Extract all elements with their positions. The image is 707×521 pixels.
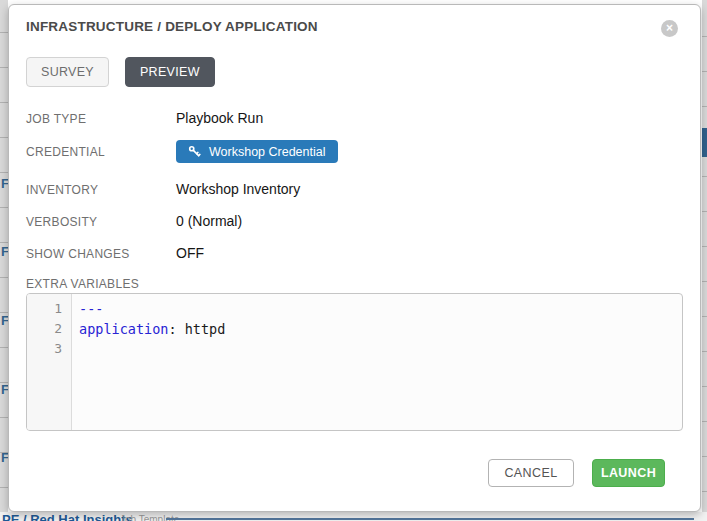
key-icon (188, 145, 201, 158)
cancel-button[interactable]: CANCEL (488, 459, 574, 487)
background-link-fragment: F (1, 244, 8, 259)
inventory-label: INVENTORY (26, 181, 176, 197)
tab-preview[interactable]: PREVIEW (125, 57, 215, 87)
modal-title: INFRASTRUCTURE / DEPLOY APPLICATION (26, 19, 318, 34)
deploy-application-modal: INFRASTRUCTURE / DEPLOY APPLICATION × SU… (8, 4, 701, 512)
credential-badge-label: Workshop Credential (209, 145, 326, 159)
inventory-value: Workshop Inventory (176, 181, 300, 197)
line-number: 3 (27, 339, 71, 359)
verbosity-value: 0 (Normal) (176, 213, 242, 229)
code-line: application: httpd (79, 319, 682, 339)
background-blue-bar (702, 128, 707, 157)
editor-code-area[interactable]: --- application: httpd (72, 294, 682, 430)
job-type-value: Playbook Run (176, 110, 263, 126)
editor-line-number-gutter: 1 2 3 (27, 294, 72, 430)
verbosity-label: VERBOSITY (26, 213, 176, 229)
field-show-changes: SHOW CHANGES OFF (26, 245, 204, 261)
field-verbosity: VERBOSITY 0 (Normal) (26, 213, 242, 229)
close-icon[interactable]: × (661, 20, 678, 37)
tab-survey[interactable]: SURVEY (26, 57, 109, 87)
job-type-label: JOB TYPE (26, 110, 176, 126)
background-link-fragment: F (1, 382, 8, 397)
background-link-fragment: F (1, 313, 8, 328)
field-inventory: INVENTORY Workshop Inventory (26, 181, 300, 197)
field-job-type: JOB TYPE Playbook Run (26, 110, 263, 126)
launch-button[interactable]: LAUNCH (592, 459, 665, 487)
extra-variables-editor[interactable]: 1 2 3 --- application: httpd (26, 293, 683, 431)
line-number: 2 (27, 319, 71, 339)
background-link-fragment: F (1, 176, 8, 191)
background-page-left-sliver: F F F F F (0, 0, 8, 521)
background-template-link: PE / Red Hat Insights (2, 512, 133, 521)
credential-label: CREDENTIAL (26, 140, 176, 159)
extra-variables-label: EXTRA VARIABLES (26, 277, 139, 291)
show-changes-value: OFF (176, 245, 204, 261)
modal-tabs: SURVEY PREVIEW (26, 57, 215, 87)
background-row-underline (166, 518, 694, 520)
show-changes-label: SHOW CHANGES (26, 245, 176, 261)
background-page-right-sliver (702, 0, 707, 521)
field-credential: CREDENTIAL Workshop Credential (26, 140, 338, 163)
code-line: --- (79, 299, 682, 319)
credential-badge[interactable]: Workshop Credential (176, 140, 338, 163)
background-link-fragment: F (1, 450, 8, 465)
line-number: 1 (27, 299, 71, 319)
background-page-bottom-sliver: PE / Red Hat Insights Job Template (0, 512, 707, 521)
code-line (79, 339, 682, 359)
